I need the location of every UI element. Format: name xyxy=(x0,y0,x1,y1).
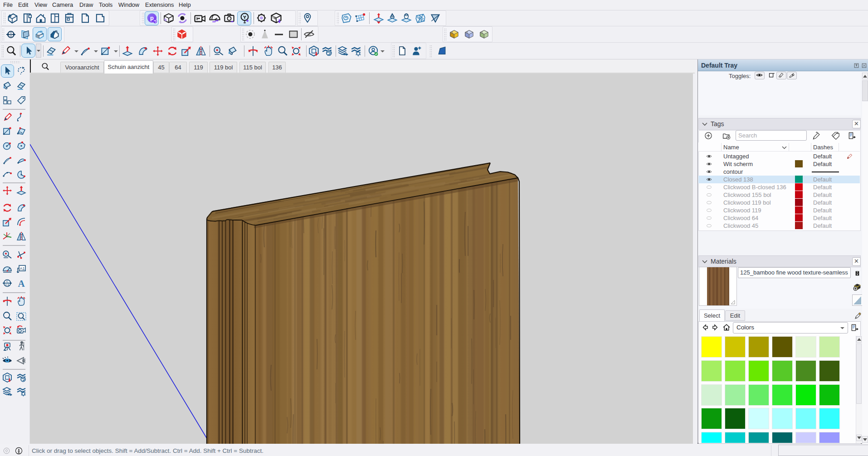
svg-text:C: C xyxy=(6,280,9,283)
svg-text:A-E: A-E xyxy=(5,284,10,286)
svg-text:p: p xyxy=(150,15,154,21)
svg-text:A1: A1 xyxy=(20,266,24,271)
svg-text:A: A xyxy=(18,278,25,289)
